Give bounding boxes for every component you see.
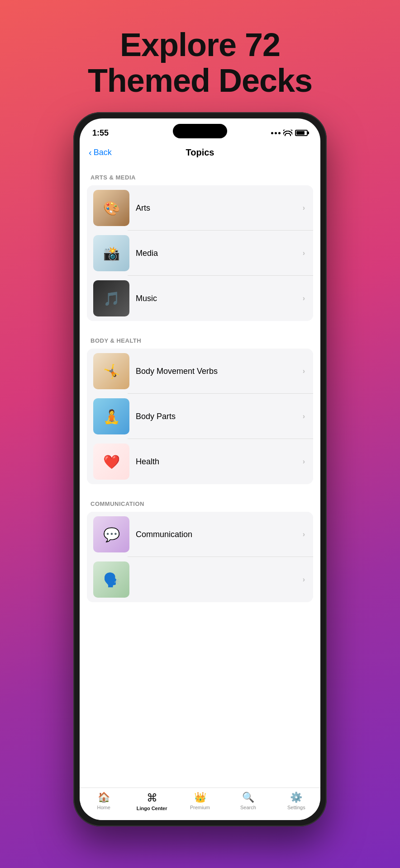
arts-media-card-group: Arts › Media › Music › xyxy=(87,185,313,321)
status-time: 1:55 xyxy=(92,128,109,138)
battery-icon xyxy=(295,130,308,136)
list-item-communication[interactable]: Communication › xyxy=(87,512,313,557)
back-chevron-icon: ‹ xyxy=(89,147,92,158)
tab-lingo-center[interactable]: ⌘ Lingo Center xyxy=(128,792,176,811)
tab-bar: 🏠 Home ⌘ Lingo Center 👑 Premium 🔍 Search… xyxy=(80,788,320,820)
communication-label: Communication xyxy=(136,530,303,539)
arts-label: Arts xyxy=(136,203,303,213)
section-arts-media: ARTS & MEDIA Arts › Media › Music xyxy=(80,167,320,321)
communication2-chevron-icon: › xyxy=(303,576,313,584)
body-movement-thumbnail xyxy=(93,353,129,389)
arts-chevron-icon: › xyxy=(303,204,313,212)
health-label: Health xyxy=(136,457,303,467)
music-label: Music xyxy=(136,294,303,303)
tab-search[interactable]: 🔍 Search xyxy=(224,792,272,810)
search-icon: 🔍 xyxy=(242,792,254,803)
section-header-communication: COMMUNICATION xyxy=(80,493,320,512)
health-thumbnail xyxy=(93,443,129,480)
list-item-music[interactable]: Music › xyxy=(87,276,313,321)
body-health-card-group: Body Movement Verbs › Body Parts › Healt… xyxy=(87,349,313,484)
section-body-health: BODY & HEALTH Body Movement Verbs › Body… xyxy=(80,330,320,484)
body-parts-label: Body Parts xyxy=(136,412,303,421)
communication2-thumbnail xyxy=(93,561,129,598)
dynamic-island xyxy=(173,124,227,138)
phone-screen: 1:55 ‹ Back Topics ARTS & ME xyxy=(80,118,320,820)
hero-section: Explore 72 Themed Decks xyxy=(88,27,312,99)
premium-tab-label: Premium xyxy=(190,805,210,810)
list-item-body-parts[interactable]: Body Parts › xyxy=(87,394,313,439)
section-header-body-health: BODY & HEALTH xyxy=(80,330,320,349)
tab-premium[interactable]: 👑 Premium xyxy=(176,792,224,810)
list-item-arts[interactable]: Arts › xyxy=(87,185,313,231)
communication-thumbnail xyxy=(93,516,129,552)
premium-icon: 👑 xyxy=(194,792,206,803)
topics-content[interactable]: ARTS & MEDIA Arts › Media › Music xyxy=(80,162,320,788)
back-button[interactable]: ‹ Back xyxy=(89,147,112,158)
lingo-center-tab-label: Lingo Center xyxy=(137,806,167,811)
hero-title-line1: Explore 72 xyxy=(88,27,312,63)
body-parts-thumbnail xyxy=(93,398,129,434)
nav-header: ‹ Back Topics xyxy=(80,141,320,162)
section-communication: COMMUNICATION Communication › › xyxy=(80,493,320,602)
media-label: Media xyxy=(136,249,303,258)
communication-card-group: Communication › › xyxy=(87,512,313,602)
hero-title-line2: Themed Decks xyxy=(88,63,312,99)
tab-home[interactable]: 🏠 Home xyxy=(80,792,128,810)
tab-settings[interactable]: ⚙️ Settings xyxy=(272,792,320,810)
search-tab-label: Search xyxy=(240,805,256,810)
phone-device: 1:55 ‹ Back Topics ARTS & ME xyxy=(73,112,327,826)
body-movement-label: Body Movement Verbs xyxy=(136,367,303,376)
wifi-icon xyxy=(283,130,292,136)
list-item-health[interactable]: Health › xyxy=(87,439,313,484)
home-icon: 🏠 xyxy=(98,792,110,803)
body-parts-chevron-icon: › xyxy=(303,412,313,420)
battery-fill xyxy=(296,131,305,135)
status-icons xyxy=(271,130,308,136)
settings-tab-label: Settings xyxy=(287,805,305,810)
signal-icon xyxy=(271,132,281,134)
music-chevron-icon: › xyxy=(303,294,313,302)
list-item-communication2[interactable]: › xyxy=(87,557,313,602)
media-chevron-icon: › xyxy=(303,249,313,257)
media-thumbnail xyxy=(93,235,129,271)
lingo-center-icon: ⌘ xyxy=(147,792,157,804)
settings-icon: ⚙️ xyxy=(290,792,302,803)
nav-title: Topics xyxy=(186,147,214,158)
body-movement-chevron-icon: › xyxy=(303,367,313,375)
health-chevron-icon: › xyxy=(303,458,313,466)
list-item-body-movement[interactable]: Body Movement Verbs › xyxy=(87,349,313,394)
back-label: Back xyxy=(94,148,112,157)
list-item-media[interactable]: Media › xyxy=(87,231,313,276)
music-thumbnail xyxy=(93,280,129,316)
arts-thumbnail xyxy=(93,190,129,226)
section-header-arts-media: ARTS & MEDIA xyxy=(80,167,320,185)
home-tab-label: Home xyxy=(97,805,110,810)
communication-chevron-icon: › xyxy=(303,530,313,538)
